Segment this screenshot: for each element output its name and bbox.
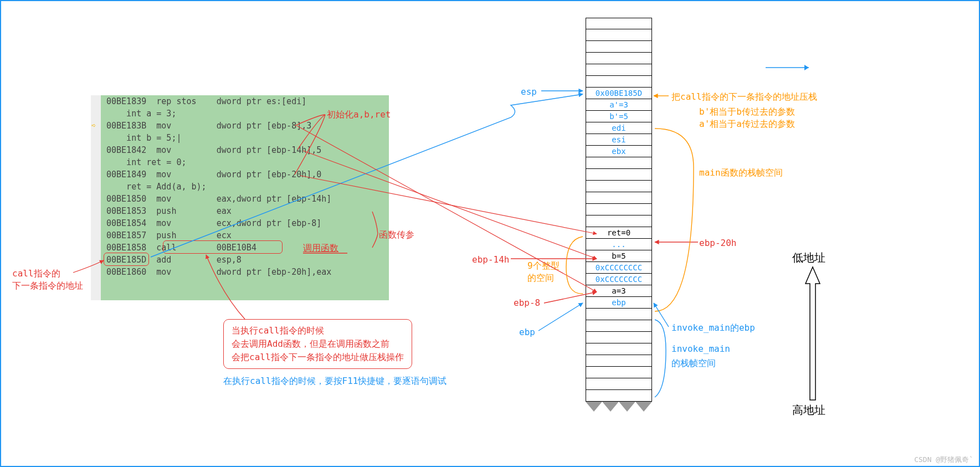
code-line: 00BE1849 mov dword ptr [ebp-20h],0 (101, 168, 389, 181)
a-note: a'相当于a传过去的参数 (699, 119, 795, 130)
blank-cell (586, 332, 652, 343)
esi-cell: esi (586, 134, 652, 146)
stack-torn-edge-icon (586, 402, 652, 414)
cc-cell: 0xCCCCCCCC (586, 262, 652, 274)
dots-cell: ... (586, 239, 652, 250)
code-line: int b = 5;| (101, 132, 389, 144)
call-next-label-1: call指令的 (12, 268, 60, 280)
ebp-8-label: ebp-8 (514, 297, 540, 308)
blank-cell (586, 76, 652, 88)
ret-cell: ret=0 (586, 227, 652, 239)
cc-cell: 0xCCCCCCCC (586, 274, 652, 285)
nine-int-label-1: 9个整型 (527, 260, 560, 272)
invoke-frame-label-1: invoke_main (671, 343, 730, 354)
code-line: 00BE1839 rep stos dword ptr es:[edi] (101, 95, 389, 107)
call-instruction-box (163, 240, 283, 254)
blank-cell (586, 355, 652, 367)
box-line: 会把call指令下一条指令的地址做压栈操作 (232, 351, 404, 364)
top-right-arrow-icon (766, 62, 815, 73)
ebp-14h-label: ebp-14h (472, 254, 509, 265)
blank-cell (586, 53, 652, 64)
pass-args-label: 函数传参 (379, 229, 414, 241)
code-line: 00BE1853 push eax (101, 205, 389, 217)
blank-cell (586, 41, 652, 53)
blank-cell (586, 18, 652, 29)
code-line: 00BE1860 mov dword ptr [ebp-20h],eax (101, 266, 389, 278)
call-next-label-2: 下一条指令的地址 (12, 280, 83, 292)
code-line: int ret = 0; (101, 156, 389, 168)
blank-cell (586, 204, 652, 215)
low-addr-label: 低地址 (792, 250, 825, 265)
blank-cell (586, 29, 652, 41)
a-prime-cell: a'=3 (586, 99, 652, 111)
blank-cell (586, 309, 652, 320)
call-explanation-box: 当执行call指令的时候 会去调用Add函数，但是在调用函数之前 会把call指… (223, 319, 412, 369)
a-cell: a=3 (586, 285, 652, 297)
push-addr-cell: 0x00BE185D (586, 88, 652, 99)
code-line: 00BE1857 push ecx (101, 229, 389, 242)
blank-cell (586, 181, 652, 192)
addr-direction-arrow-icon (804, 267, 821, 400)
edi-cell: edi (586, 122, 652, 134)
high-addr-label: 高地址 (792, 403, 825, 418)
nine-int-label-2: 的空间 (527, 273, 554, 284)
svg-line-11 (654, 303, 669, 327)
b-cell: b=5 (586, 250, 652, 262)
watermark: CSDN @野猪佩奇` (914, 455, 973, 465)
main-frame-label: main函数的栈帧空间 (699, 167, 783, 179)
f11-tip: 在执行call指令的时候，要按F11快捷键，要逐语句调试 (223, 376, 447, 387)
blank-cell (586, 367, 652, 378)
blank-cell (586, 215, 652, 227)
push-note: 把call指令的下一条指令的地址压栈 (671, 91, 817, 103)
blank-cell (586, 343, 652, 355)
blank-cell (586, 64, 652, 76)
blank-cell (586, 320, 652, 332)
code-line: 00BE1854 mov ecx,dword ptr [ebp-8] (101, 217, 389, 229)
ebp-cell: ebp (586, 297, 652, 309)
blank-cell (586, 192, 652, 204)
code-line: 00BE183B mov dword ptr [ebp-8],3 (101, 120, 389, 132)
code-line: ret = Add(a, b); (101, 181, 389, 193)
svg-line-3 (538, 303, 583, 331)
stack-diagram: 0x00BE185D a'=3 b'=5 edi esi ebx ret=0 .… (586, 18, 652, 402)
next-addr-box (104, 253, 149, 266)
code-line: 00BE1850 mov eax,dword ptr [ebp-14h] (101, 193, 389, 205)
current-line-arrow-icon: ➪ (91, 121, 96, 130)
call-fn-label: 调用函数 (303, 243, 338, 254)
ebp-20h-label: ebp-20h (699, 238, 736, 248)
code-line: 00BE1842 mov dword ptr [ebp-14h],5 (101, 144, 389, 156)
blank-cell (586, 390, 652, 402)
blank-cell (586, 157, 652, 169)
disassembly-code: 00BE1839 rep stos dword ptr es:[edi] int… (101, 95, 389, 300)
invoke-frame-label-2: 的栈帧空间 (671, 358, 716, 370)
esp-label: esp (521, 86, 537, 97)
b-prime-cell: b'=5 (586, 111, 652, 122)
ebp-label: ebp (519, 327, 535, 337)
b-note: b'相当于b传过去的参数 (699, 106, 795, 118)
ebx-cell: ebx (586, 146, 652, 157)
blank-cell (586, 378, 652, 390)
box-line: 当执行call指令的时候 (232, 324, 404, 337)
box-line: 会去调用Add函数，但是在调用函数之前 (232, 337, 404, 351)
blank-cell (586, 169, 652, 181)
init-label: 初始化a,b,ret (327, 109, 391, 121)
invoke-ebp-label: invoke_main的ebp (671, 322, 755, 334)
